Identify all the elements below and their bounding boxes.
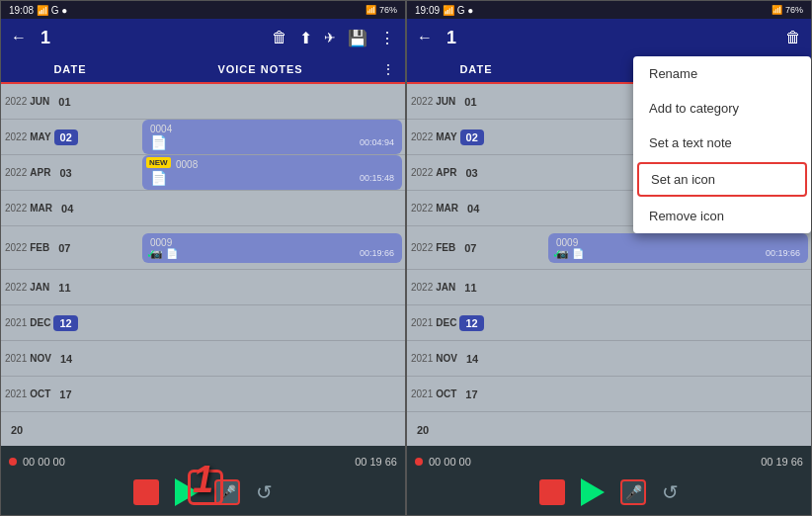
bottom-bar-1: 00 00 00 00 19 66 🎤 ↺ xyxy=(1,446,405,515)
stop-button-1[interactable] xyxy=(133,479,159,505)
document-icon: 📄 xyxy=(572,248,584,259)
stop-button-2[interactable] xyxy=(539,479,565,505)
restart-button-1[interactable]: ↺ xyxy=(256,480,273,504)
list-item[interactable]: 2022 MAR 04 xyxy=(1,191,405,226)
col-date-2: DATE xyxy=(407,63,545,75)
document-icon: 📄 xyxy=(150,134,167,150)
play-button-1[interactable] xyxy=(175,478,199,506)
restart-button-2[interactable]: ↺ xyxy=(662,480,679,504)
status-time-1: 19:08 📶 G ● xyxy=(9,5,67,16)
list-item[interactable]: 2022 FEB 07 0009 📷 📄 00:19:66 xyxy=(1,226,405,270)
record-button-2[interactable]: 🎤 xyxy=(620,479,646,505)
recording-card[interactable]: 0009 📷 📄 00:19:66 xyxy=(142,233,402,263)
playback-controls-1: 🎤 ↺ xyxy=(133,478,273,506)
time-display-2: 00 00 00 00 19 66 xyxy=(415,456,803,468)
document-icon: 📄 xyxy=(166,248,178,259)
list-item[interactable]: 2022 APR 03 NEW 0008 📄 00:15:48 xyxy=(1,155,405,191)
bottom-bar-2: 00 00 00 00 19 66 🎤 ↺ xyxy=(407,446,811,515)
title-1: 1 xyxy=(41,28,262,48)
recording-card[interactable]: NEW 0008 📄 00:15:48 xyxy=(142,155,402,190)
camera-icon: 📷 xyxy=(556,248,568,259)
recording-card[interactable]: 0009 📷 📄 00:19:66 xyxy=(548,233,808,263)
play-button-2[interactable] xyxy=(581,478,605,506)
list-item[interactable]: 2022 JAN 11 xyxy=(1,270,405,305)
share2-button-1[interactable]: ✈ xyxy=(322,28,338,47)
more-button-1[interactable]: ⋮ xyxy=(377,27,397,49)
list-area-1: 2022 JUN 01 2022 MAY 02 0004 📄 xyxy=(1,84,405,446)
camera-icon: 📷 xyxy=(150,248,162,259)
new-badge: NEW xyxy=(146,157,171,168)
col-headers-1: DATE VOICE NOTES ⋮ xyxy=(1,56,405,84)
col-date-1: DATE xyxy=(1,63,139,75)
list-item[interactable]: 2022 JUN 01 xyxy=(1,84,405,120)
top-bar-1: ← 1 🗑 ⬆ ✈ 💾 ⋮ xyxy=(1,19,405,56)
list-item[interactable]: 2021 DEC 12 xyxy=(1,305,405,341)
document-icon: 📄 xyxy=(150,170,167,186)
dropdown-item-set-text[interactable]: Set a text note xyxy=(633,126,811,160)
top-bar-2: ← 1 🗑 Rename Add to category Set a text … xyxy=(407,19,811,56)
dropdown-menu: Rename Add to category Set a text note S… xyxy=(633,56,811,233)
list-item[interactable]: 2022 JAN 11 xyxy=(407,270,811,305)
status-bar-1: 19:08 📶 G ● 📶 76% xyxy=(1,1,405,19)
list-item[interactable]: 2021 NOV 14 xyxy=(407,341,811,377)
dropdown-item-remove-icon[interactable]: Remove icon xyxy=(633,199,811,233)
save-button-1[interactable]: 💾 xyxy=(346,27,369,49)
list-item[interactable]: 2021 NOV 14 xyxy=(1,341,405,377)
list-item[interactable]: 20 xyxy=(407,412,811,446)
list-item[interactable]: 2021 DEC 12 xyxy=(407,305,811,341)
title-2: 1 xyxy=(447,28,775,48)
back-button-1[interactable]: ← xyxy=(9,27,29,48)
delete-button-2[interactable]: 🗑 xyxy=(783,27,803,48)
status-bar-2: 19:09 📶 G ● 📶 76% xyxy=(407,1,811,19)
dropdown-item-add-category[interactable]: Add to category xyxy=(633,91,811,126)
delete-button-1[interactable]: 🗑 xyxy=(270,27,289,48)
top-bar-icons-2: 🗑 xyxy=(783,27,803,48)
top-bar-icons-1: 🗑 ⬆ ✈ 💾 ⋮ xyxy=(270,27,397,49)
time-display-1: 00 00 00 00 19 66 xyxy=(9,456,397,468)
back-button-2[interactable]: ← xyxy=(415,27,435,48)
recording-card[interactable]: 0004 📄 00:04:94 xyxy=(142,120,402,154)
col-more-1[interactable]: ⋮ xyxy=(381,61,405,77)
list-item[interactable]: 20 xyxy=(1,412,405,446)
phone-2: 19:09 📶 G ● 📶 76% ← 1 🗑 Rename Add to ca… xyxy=(406,0,812,516)
col-voice-1: VOICE NOTES xyxy=(139,63,381,75)
list-item[interactable]: 2021 OCT 17 xyxy=(407,377,811,412)
dropdown-item-rename[interactable]: Rename xyxy=(633,56,811,91)
share-button-1[interactable]: ⬆ xyxy=(297,27,314,49)
rec-dot-2 xyxy=(415,458,423,466)
app-container: 19:08 📶 G ● 📶 76% ← 1 🗑 ⬆ ✈ 💾 ⋮ DATE VOI… xyxy=(0,0,812,516)
playback-controls-2: 🎤 ↺ xyxy=(539,478,679,506)
record-button-1[interactable]: 🎤 xyxy=(214,479,240,505)
dropdown-item-set-icon[interactable]: Set an icon xyxy=(637,162,807,197)
phone-1: 19:08 📶 G ● 📶 76% ← 1 🗑 ⬆ ✈ 💾 ⋮ DATE VOI… xyxy=(0,0,406,516)
list-item[interactable]: 2021 OCT 17 xyxy=(1,377,405,412)
rec-dot xyxy=(9,458,17,466)
list-item[interactable]: 2022 MAY 02 0004 📄 00:04:94 xyxy=(1,120,405,155)
